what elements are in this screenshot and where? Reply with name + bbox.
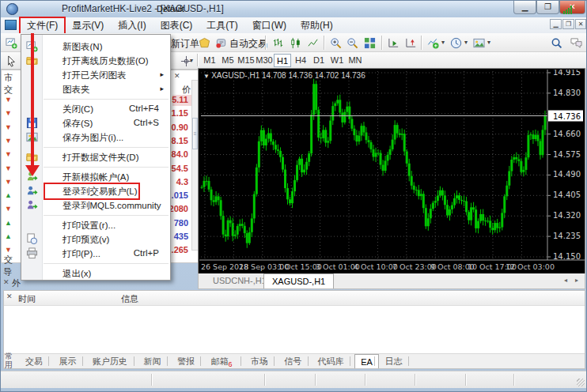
terminal-tab-8[interactable]: 代码库 [312, 354, 350, 368]
line-chart-icon[interactable] [305, 35, 320, 51]
price-value[interactable]: .265 [172, 245, 188, 254]
timeframe-M5[interactable]: M5 [219, 54, 237, 67]
menubar-item-工具(T)[interactable]: 工具(T) [199, 17, 244, 34]
bar-chart-icon[interactable] [270, 35, 286, 51]
mdi-close-button[interactable]: ✕ [575, 19, 586, 29]
terminal-tab-3[interactable]: 新闻 [138, 354, 167, 368]
timeframe-M1[interactable]: M1 [201, 54, 218, 67]
terminal-tab-4[interactable]: 警报 [172, 354, 200, 368]
timeframe-M30[interactable]: M30 [256, 54, 273, 67]
search-icon[interactable] [548, 35, 564, 51]
navigator-close-icon[interactable]: ✕ [3, 278, 9, 286]
chat-icon[interactable] [568, 35, 584, 51]
menubar-item-窗口(W)[interactable]: 窗口(W) [245, 17, 294, 34]
market-watch-close-icon[interactable]: ✕ [174, 72, 180, 80]
navigator-common-tab[interactable]: 常用 [3, 352, 14, 371]
tile-windows-icon[interactable] [362, 35, 377, 51]
add-indicator-dropdown[interactable]: ▾ [441, 39, 445, 46]
price-value[interactable]: 84.0 [172, 149, 188, 159]
envelope-icon[interactable] [196, 35, 212, 51]
file-menu-item-2[interactable]: 打开已关闭图表▸ [21, 68, 170, 82]
ask-column-header[interactable]: 价 [182, 84, 191, 96]
templates-dropdown[interactable]: ▾ [487, 39, 490, 46]
price-value[interactable]: 2080 [169, 204, 188, 213]
file-menu-item-11[interactable]: 打印设置(r)... [21, 218, 170, 232]
timeframe-H1[interactable]: H1 [274, 54, 291, 67]
terminal-tab-10[interactable]: 日志 [379, 354, 407, 368]
message-column-header[interactable]: 信息 [121, 293, 138, 305]
menubar-item-帮助(H)[interactable]: 帮助(H) [294, 17, 340, 34]
cursor-icon[interactable] [3, 53, 19, 69]
mdi-restore-button[interactable]: ❐ [562, 19, 574, 29]
terminal-tab-0[interactable]: 交易 [20, 354, 48, 368]
timeframe-M15[interactable]: M15 [237, 54, 255, 67]
new-order-button[interactable]: 新订单 [171, 37, 199, 51]
file-menu-item-13[interactable]: 打印(P)...Ctrl+P [21, 247, 170, 261]
price-value[interactable]: 5.11 [172, 95, 188, 104]
restore-button[interactable]: ❐ [536, 1, 559, 14]
file-menu-item-0[interactable]: 新图表(N) [21, 40, 170, 54]
file-menu-item-6[interactable]: 保存为图片(i)... [21, 130, 170, 145]
mdi-minimize-button[interactable]: ▁ [550, 19, 562, 29]
autotrading-button[interactable]: 自动交易 [229, 37, 267, 51]
periods-icon[interactable] [448, 35, 464, 51]
chart-canvas[interactable]: 14.91514.83014.66014.57514.49014.40514.3… [199, 70, 585, 273]
candlestick-chart-icon[interactable] [287, 35, 303, 51]
file-menu-item-5[interactable]: 保存(S)Ctrl+S [21, 116, 170, 130]
file-menu-item-7[interactable]: 打开数据文件夹(D) [21, 150, 170, 164]
file-menu-item-10[interactable]: 登录到MQL5.community [21, 198, 170, 213]
price-value[interactable]: 54.5 [172, 164, 188, 173]
menubar-item-file[interactable]: 文件(F) [20, 17, 65, 34]
price-value[interactable]: 780 [174, 218, 188, 228]
terminal-tab-1[interactable]: 展示 [53, 354, 81, 368]
price-value[interactable]: .015 [172, 190, 188, 200]
price-value[interactable]: 0.90 [172, 122, 188, 132]
market-watch-scroll-thumb[interactable]: ≡ [192, 118, 198, 149]
file-menu-item-3[interactable]: 图表夹▸ [21, 82, 170, 96]
file-menu-item-1[interactable]: 打开离线历史数据(O) [21, 54, 170, 68]
terminal-tab-2[interactable]: 账户历史 [87, 354, 133, 368]
menubar-item-图表(C)[interactable]: 图表(C) [153, 17, 200, 34]
periods-dropdown[interactable]: ▾ [464, 39, 468, 46]
chart-shift-icon[interactable] [403, 35, 418, 51]
market-watch-bottom-tab[interactable]: 交 [4, 254, 13, 266]
file-menu-item-4[interactable]: 关闭(C)Ctrl+F4 [21, 102, 170, 116]
add-indicator-icon[interactable] [425, 35, 441, 51]
auto-scroll-icon[interactable] [385, 35, 401, 51]
zoom-in-icon[interactable] [328, 35, 343, 51]
time-column-header[interactable]: 时间 [18, 293, 36, 305]
resize-grip[interactable] [577, 379, 585, 386]
menubar-item-插入(I)[interactable]: 插入(I) [111, 17, 153, 34]
timeframe-MN[interactable]: MN [347, 54, 364, 67]
navigator-item[interactable]: 外 [12, 277, 21, 289]
terminal-tab-5[interactable]: 邮箱6 [205, 354, 237, 368]
terminal-close-icon[interactable]: ✕ [6, 292, 13, 300]
templates-icon[interactable] [471, 35, 487, 51]
profile-name[interactable]: Default [157, 4, 184, 13]
tick-up-icon: ▲ [5, 219, 12, 227]
menubar-item-显示(V)[interactable]: 显示(V) [65, 17, 111, 34]
file-menu-item-12[interactable]: 打印预览(v) [21, 232, 170, 247]
market-watch-title: 市 [4, 72, 13, 84]
minimize-button[interactable]: ▁ [513, 1, 536, 14]
chart-tab-XAGUSDH1[interactable]: XAGUSD-,H1 [263, 273, 334, 288]
file-menu-item-14[interactable]: 退出(x) [21, 266, 170, 281]
autotrading-icon[interactable] [213, 35, 229, 51]
chart-dropdown-icon[interactable]: ▼ [203, 73, 211, 80]
price-value[interactable]: 8.15 [172, 136, 188, 145]
terminal-tab-6[interactable]: 市场 [245, 354, 274, 368]
tab-scroll-left-icon[interactable]: ◂ [564, 277, 567, 284]
price-value[interactable]: 4.3 [176, 177, 188, 187]
timeframe-H4[interactable]: H4 [292, 54, 309, 67]
symbol-column-header[interactable]: 交 [4, 84, 13, 96]
line-studies-dropdown[interactable]: ▾ [190, 57, 193, 64]
price-value[interactable]: 1.15 [172, 108, 188, 118]
chart-window-icon[interactable] [5, 20, 17, 30]
timeframe-D1[interactable]: D1 [310, 54, 328, 67]
zoom-out-icon[interactable] [344, 35, 360, 51]
price-value[interactable]: 435 [174, 232, 188, 241]
timeframe-W1[interactable]: W1 [328, 54, 346, 67]
terminal-tab-7[interactable]: 信号 [278, 354, 307, 368]
new-chart-button[interactable] [3, 35, 19, 51]
tab-scroll-right-icon[interactable]: ▸ [575, 277, 578, 284]
